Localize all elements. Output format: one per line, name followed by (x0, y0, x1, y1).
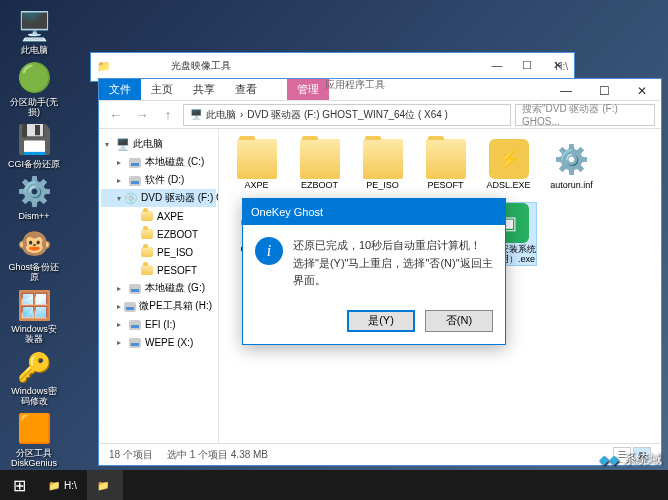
file-label: PE_ISO (366, 181, 399, 191)
onekey-ghost-dialog: OneKey Ghost i 还原已完成，10秒后自动重启计算机！ 选择"是(Y… (242, 198, 506, 345)
desktop-icon[interactable]: 🟧分区工具DiskGenius (8, 411, 60, 469)
tree-icon: 🖥️ (116, 137, 130, 151)
disk-icon (128, 173, 142, 187)
tree-item[interactable]: ▾💿DVD 驱动器 (F:) GH (101, 189, 216, 207)
expand-arrow[interactable]: ▸ (117, 284, 125, 293)
app-icon: 🟧 (16, 411, 52, 447)
disk-icon (128, 155, 142, 169)
desktop-icon[interactable]: 🖥️此电脑 (8, 8, 60, 56)
icon-label: CGI备份还原 (8, 160, 60, 170)
exe-icon: ⚡ (489, 139, 529, 179)
app-icon: 🪟 (16, 287, 52, 323)
tree-item[interactable]: ▸本地磁盘 (G:) (101, 279, 216, 297)
tree-item[interactable]: EZBOOT (101, 225, 216, 243)
tree-label: 此电脑 (133, 137, 163, 151)
tab-home[interactable]: 主页 (141, 82, 183, 97)
tree-item[interactable]: PESOFT (101, 261, 216, 279)
tree-label: 本地磁盘 (C:) (145, 155, 204, 169)
close-button[interactable]: ✕ (623, 79, 661, 103)
no-button[interactable]: 否(N) (425, 310, 493, 332)
ribbon-tabs: 文件 主页 共享 查看 应用程序工具 管理 — ☐ ✕ (99, 79, 661, 101)
file-item[interactable]: PESOFT (418, 139, 473, 191)
tree-label: PESOFT (157, 265, 197, 276)
file-item[interactable]: AXPE (229, 139, 284, 191)
tree-item[interactable]: ▸WEPE (X:) (101, 333, 216, 351)
app-icon: 🐵 (16, 225, 52, 261)
search-input[interactable]: 搜索"DVD 驱动器 (F:) GHOS... (515, 104, 655, 126)
expand-arrow[interactable]: ▸ (117, 338, 125, 347)
file-label: autorun.inf (550, 181, 593, 191)
desktop-icon[interactable]: 🐵Ghost备份还原 (8, 225, 60, 283)
desktop: 🖥️此电脑🟢分区助手(无损)💾CGI备份还原⚙️Dism++🐵Ghost备份还原… (8, 8, 60, 469)
watermark: ◆◆ 系统域 DEDE365.COM (599, 450, 662, 468)
icon-label: Dism++ (18, 212, 49, 222)
tree-label: AXPE (157, 211, 184, 222)
breadcrumb[interactable]: 🖥️ 此电脑 › DVD 驱动器 (F:) GHOST_WIN7_64位 ( X… (183, 104, 511, 126)
tab-view[interactable]: 查看 (225, 82, 267, 97)
tab-share[interactable]: 共享 (183, 82, 225, 97)
close-button[interactable]: ✕ (542, 55, 572, 75)
tree-label: 本地磁盘 (G:) (145, 281, 205, 295)
yes-button[interactable]: 是(Y) (347, 310, 415, 332)
forward-button[interactable]: → (131, 104, 153, 126)
expand-arrow[interactable]: ▸ (117, 158, 125, 167)
file-item[interactable]: EZBOOT (292, 139, 347, 191)
taskbar-button[interactable]: 📁 (87, 470, 123, 500)
tree-item[interactable]: PE_ISO (101, 243, 216, 261)
tree-label: 软件 (D:) (145, 173, 184, 187)
file-item[interactable]: ⚡ADSL.EXE (481, 139, 536, 191)
desktop-icon[interactable]: 🪟Windows安装器 (8, 287, 60, 345)
minimize-button[interactable]: — (482, 55, 512, 75)
tree-item[interactable]: ▸本地磁盘 (C:) (101, 153, 216, 171)
expand-arrow[interactable]: ▾ (117, 194, 121, 203)
maximize-button[interactable]: ☐ (585, 79, 623, 103)
back-button[interactable]: ← (105, 104, 127, 126)
minimize-button[interactable]: — (547, 79, 585, 103)
status-item-count: 18 个项目 (109, 448, 153, 462)
tree-label: PE_ISO (157, 247, 193, 258)
tree-icon: 💿 (124, 191, 138, 205)
dialog-line2: 选择"是(Y)"马上重启，选择"否(N)"返回主界面。 (293, 255, 493, 290)
status-bar: 18 个项目 选中 1 个项目 4.38 MB ☰ ▦ (99, 443, 661, 465)
desktop-icon[interactable]: 💾CGI备份还原 (8, 122, 60, 170)
desktop-icon[interactable]: ⚙️Dism++ (8, 174, 60, 222)
taskbar-label: H:\ (64, 480, 77, 491)
crumb[interactable]: DVD 驱动器 (F:) GHOST_WIN7_64位 ( X64 ) (247, 108, 448, 122)
tree-label: EZBOOT (157, 229, 198, 240)
tree-item[interactable]: ▾🖥️此电脑 (101, 135, 216, 153)
icon-label: 分区工具DiskGenius (8, 449, 60, 469)
address-bar: ← → ↑ 🖥️ 此电脑 › DVD 驱动器 (F:) GHOST_WIN7_6… (99, 101, 661, 129)
file-item[interactable]: PE_ISO (355, 139, 410, 191)
folder-icon (426, 139, 466, 179)
back-window-tab: 光盘映像工具 (171, 59, 231, 73)
app-icon: 💾 (16, 122, 52, 158)
taskbar-button[interactable]: 📁H:\ (38, 470, 87, 500)
app-icon: 🔑 (16, 349, 52, 385)
watermark-text: 系统域 (623, 450, 662, 468)
start-button[interactable]: ⊞ (0, 470, 38, 500)
disk-icon (124, 299, 136, 313)
tree-item[interactable]: ▸EFI (I:) (101, 315, 216, 333)
desktop-icon[interactable]: 🔑Windows密码修改 (8, 349, 60, 407)
file-item[interactable]: ⚙️autorun.inf (544, 139, 599, 191)
icon-label: Windows安装器 (8, 325, 60, 345)
tab-file[interactable]: 文件 (99, 79, 141, 100)
file-icon: ⚙️ (554, 143, 589, 176)
maximize-button[interactable]: ☐ (512, 55, 542, 75)
tree-item[interactable]: ▸微PE工具箱 (H:) (101, 297, 216, 315)
desktop-icon[interactable]: 🟢分区助手(无损) (8, 60, 60, 118)
expand-arrow[interactable]: ▸ (117, 320, 125, 329)
icon-label: Ghost备份还原 (8, 263, 60, 283)
up-button[interactable]: ↑ (157, 104, 179, 126)
file-label: PESOFT (427, 181, 463, 191)
tree-label: 微PE工具箱 (H:) (139, 299, 212, 313)
expand-arrow[interactable]: ▸ (117, 302, 121, 311)
taskbar: ⊞ 📁H:\📁 (0, 470, 668, 500)
crumb[interactable]: 此电脑 (206, 108, 236, 122)
expand-arrow[interactable]: ▾ (105, 140, 113, 149)
tree-item[interactable]: AXPE (101, 207, 216, 225)
icon-label: 此电脑 (21, 46, 48, 56)
dialog-message: 还原已完成，10秒后自动重启计算机！ 选择"是(Y)"马上重启，选择"否(N)"… (293, 237, 493, 290)
expand-arrow[interactable]: ▸ (117, 176, 125, 185)
tree-item[interactable]: ▸软件 (D:) (101, 171, 216, 189)
